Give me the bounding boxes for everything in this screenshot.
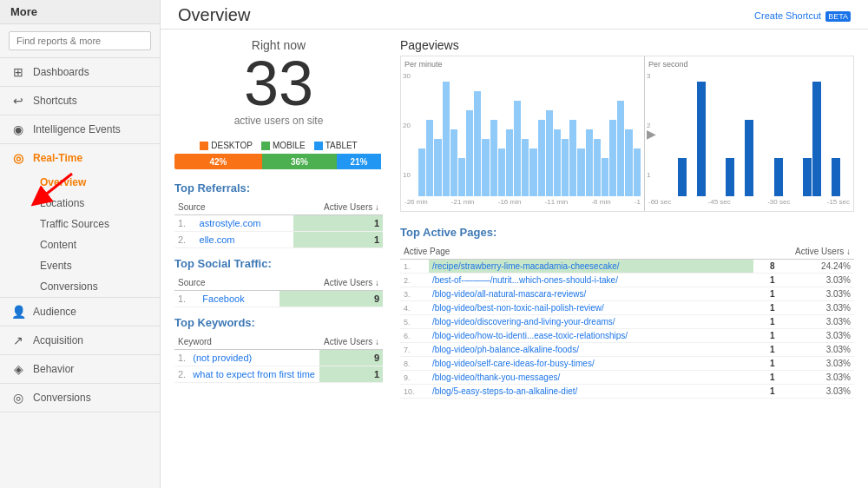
- chart-bar: [498, 148, 505, 196]
- chart-bar: [554, 129, 561, 196]
- th-kw-active: Active Users ↓: [319, 334, 383, 350]
- nav-item-audience[interactable]: 👤 Audience: [0, 298, 160, 326]
- chart-right: Per second 3 2 1 -60 sec -45 sec: [645, 56, 853, 211]
- nav-audience[interactable]: 👤 Audience: [0, 298, 160, 326]
- mobile-dot: [261, 142, 270, 150]
- chart-bar: [634, 148, 641, 196]
- chart-bar: [562, 139, 569, 196]
- mobile-seg: 36%: [262, 154, 337, 169]
- nav-item-acquisition[interactable]: ↗ Acquisition: [0, 326, 160, 354]
- main-content: Overview Create Shortcut BETA Right now …: [161, 0, 868, 488]
- chart-container: Per minute 30 20 10 -26 min -21 min: [400, 56, 854, 212]
- nav-intelligence[interactable]: ◉ Intelligence Events: [0, 115, 160, 144]
- right-panel: Pageviews Per minute 30 20 10: [400, 38, 854, 399]
- pageviews-title: Pageviews: [400, 38, 854, 52]
- chart-bar: [522, 139, 529, 196]
- th-keyword: Keyword: [174, 334, 319, 350]
- left-panel: Right now 33 active users on site DESKTO…: [174, 38, 383, 399]
- chart-bar: [458, 158, 465, 196]
- realtime-icon: ◎: [10, 151, 26, 165]
- top-referrals-table: Source Active Users ↓ 1. astrostyle.com …: [174, 200, 383, 248]
- chart-right-area: 3 2 1: [645, 69, 853, 196]
- pageviews-section: Pageviews Per minute 30 20 10: [400, 38, 854, 212]
- device-legend: DESKTOP MOBILE TABLET: [174, 141, 383, 150]
- chart-bar: [490, 120, 497, 196]
- nav-label-conversions: Conversions: [33, 392, 91, 404]
- table-row: 1. (not provided) 9: [174, 350, 383, 366]
- table-row: 3. /blog-video/all-natural-mascara-revie…: [400, 287, 854, 301]
- chart-bar: [609, 120, 616, 196]
- chart-bar: [678, 158, 687, 196]
- nav-label-acquisition: Acquisition: [33, 334, 83, 346]
- chart-bar: [745, 120, 753, 196]
- sidebar: More ⊞ Dashboards ↩ Shortcuts ◉ Intellig…: [0, 0, 161, 488]
- top-social-title: Top Social Traffic:: [174, 257, 383, 270]
- y-label-1: 1: [647, 171, 650, 179]
- nav-label-intelligence: Intelligence Events: [33, 123, 121, 135]
- tablet-label: TABLET: [326, 141, 358, 150]
- right-now-box: Right now 33 active users on site: [174, 38, 383, 127]
- right-x-labels: -60 sec -45 sec -30 sec -15 sec: [645, 196, 853, 208]
- table-row: 4. /blog-video/best-non-toxic-nail-polis…: [400, 301, 854, 315]
- chart-bar: [443, 82, 450, 196]
- chart-bar: [697, 82, 706, 196]
- nav-item-conversions[interactable]: ◎ Conversions: [0, 384, 160, 412]
- referrals-body: 1. astrostyle.com 1 2. elle.com 1: [174, 215, 383, 248]
- tablet-dot: [314, 142, 323, 150]
- nav-label-dashboards: Dashboards: [33, 66, 89, 78]
- chart-bar: [594, 139, 601, 196]
- sub-item-overview[interactable]: Overview: [33, 172, 160, 193]
- chart-bar: [586, 129, 593, 196]
- sub-item-conversions[interactable]: Conversions: [33, 276, 160, 297]
- intelligence-icon: ◉: [10, 122, 26, 136]
- dashboards-icon: ⊞: [10, 65, 26, 79]
- desktop-legend: DESKTOP: [200, 141, 253, 150]
- mobile-label: MOBILE: [273, 141, 306, 150]
- nav-dashboards[interactable]: ⊞ Dashboards: [0, 58, 160, 87]
- search-section: [0, 24, 160, 58]
- desktop-dot: [200, 142, 208, 150]
- th-ap-active-users: Active Users ↓: [753, 244, 854, 260]
- nav-behavior[interactable]: ◈ Behavior: [0, 355, 160, 384]
- chart-bar: [577, 148, 584, 196]
- top-active-pages-section: Top Active Pages: Active Page Active Use…: [400, 226, 854, 399]
- chart-bar: [617, 101, 624, 196]
- nav-acquisition[interactable]: ↗ Acquisition: [0, 326, 160, 355]
- chart-bar: [506, 129, 513, 196]
- nav-item-realtime[interactable]: ◎ Real-Time: [0, 144, 160, 172]
- nav-label-audience: Audience: [33, 306, 76, 318]
- sub-item-locations[interactable]: Locations: [33, 193, 160, 214]
- nav-item-intelligence[interactable]: ◉ Intelligence Events: [0, 115, 160, 143]
- th-source: Source: [174, 200, 293, 215]
- nav-item-dashboards[interactable]: ⊞ Dashboards: [0, 58, 160, 86]
- sub-item-traffic-sources[interactable]: Traffic Sources: [33, 214, 160, 234]
- table-row: 2. /best-of-———/nutrit...which-ones-shou…: [400, 274, 854, 287]
- nav-label-behavior: Behavior: [33, 363, 74, 375]
- nav-conversions[interactable]: ◎ Conversions: [0, 384, 160, 412]
- nav-item-shortcuts[interactable]: ↩ Shortcuts: [0, 87, 160, 115]
- nav-shortcuts[interactable]: ↩ Shortcuts: [0, 87, 160, 115]
- create-shortcut-button[interactable]: Create Shortcut BETA: [754, 10, 851, 21]
- nav-label-shortcuts: Shortcuts: [33, 95, 77, 107]
- search-input[interactable]: [9, 31, 151, 50]
- chart-bar: [625, 129, 632, 196]
- table-row: 2. what to expect from first time 1: [174, 366, 383, 383]
- chart-bar: [474, 91, 481, 196]
- chart-arrow-button[interactable]: ▶: [647, 127, 656, 141]
- desktop-seg: 42%: [174, 154, 262, 169]
- chart-left: Per minute 30 20 10 -26 min -21 min: [401, 56, 645, 211]
- chart-bar: [466, 110, 473, 196]
- sub-item-events[interactable]: Events: [33, 255, 160, 276]
- table-row: 1. Facebook 9: [174, 291, 383, 307]
- nav-item-behavior[interactable]: ◈ Behavior: [0, 355, 160, 383]
- top-social-section: Top Social Traffic: Source Active Users …: [174, 257, 383, 307]
- tablet-legend: TABLET: [314, 141, 358, 150]
- table-row: 10. /blog/5-easy-steps-to-an-alkaline-di…: [400, 385, 854, 399]
- chart-bar: [726, 158, 734, 196]
- chart-bar: [482, 139, 489, 196]
- left-x-labels: -26 min -21 min -16 min -11 min -6 min -…: [401, 196, 644, 208]
- desktop-label: DESKTOP: [211, 141, 253, 150]
- sub-item-content[interactable]: Content: [33, 234, 160, 255]
- chart-bar: [812, 82, 821, 196]
- nav-realtime-section: ◎ Real-Time Overview Locations Traffic S…: [0, 144, 160, 298]
